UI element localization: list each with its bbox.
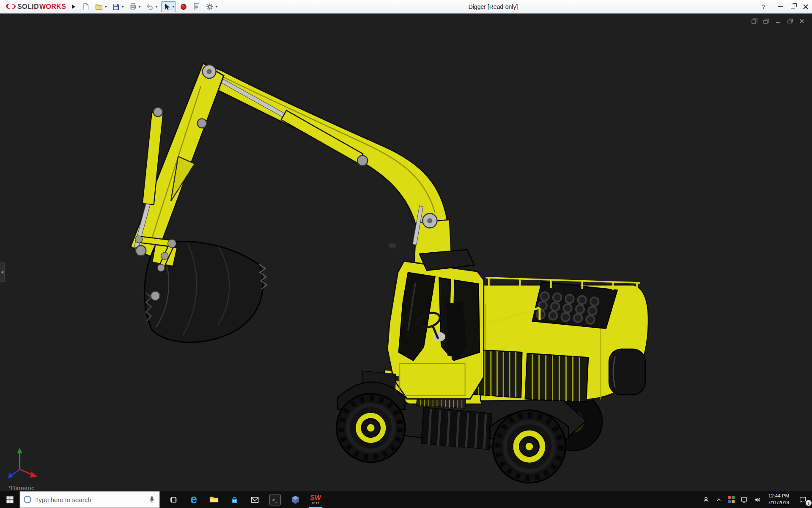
console-icon[interactable]: >_	[265, 491, 285, 508]
print-button[interactable]	[127, 1, 142, 12]
notification-badge: 2	[806, 500, 812, 506]
new-document-icon	[82, 3, 90, 11]
shopping-bag-icon	[230, 495, 239, 505]
wheel-front-right[interactable]	[493, 410, 565, 483]
view-orientation-label: *Dimetric	[8, 484, 35, 491]
stick-arm[interactable]	[131, 63, 224, 259]
new-document-button[interactable]	[80, 1, 91, 12]
brand-works: WORKS	[39, 3, 66, 11]
select-tool-button[interactable]	[161, 1, 176, 12]
document-window-controls	[751, 18, 805, 25]
doc-minimize-button[interactable]	[775, 18, 782, 25]
minimize-icon	[778, 6, 783, 7]
envelope-icon	[250, 495, 260, 505]
restore-icon	[791, 5, 795, 8]
document-title: Digger [Read-only]	[469, 0, 518, 14]
taskbar-search[interactable]	[19, 491, 160, 508]
solidworks-taskbar-icon[interactable]: SW 2017	[305, 491, 326, 508]
open-folder-icon	[95, 3, 103, 11]
save-dropdown-caret[interactable]	[121, 6, 124, 8]
start-button[interactable]	[0, 491, 19, 508]
cube-icon	[291, 495, 300, 505]
mail-icon[interactable]	[244, 491, 265, 508]
undo-dropdown-caret[interactable]	[155, 6, 158, 8]
open-button[interactable]	[93, 1, 108, 12]
window-group-button[interactable]	[763, 18, 770, 25]
people-icon[interactable]	[700, 491, 713, 508]
titlebar: SOLIDWORKS	[0, 0, 812, 14]
file-explorer-icon[interactable]	[204, 491, 224, 508]
mirror	[390, 243, 396, 248]
task-view-icon	[169, 495, 178, 504]
wheel-front-left[interactable]	[337, 394, 405, 462]
doc-restore-icon	[787, 18, 793, 25]
select-cursor-icon	[162, 3, 171, 11]
rear-window	[609, 349, 645, 395]
rebuild-button[interactable]	[178, 1, 189, 12]
console-glyph: >_	[269, 494, 281, 505]
file-properties-icon	[192, 3, 201, 11]
graphics-area[interactable]: *Dimetric	[0, 14, 812, 491]
doc-minimize-icon	[775, 18, 782, 25]
panel-collapse-arrow[interactable]	[0, 262, 5, 282]
minimize-button[interactable]	[774, 0, 787, 13]
cortana-icon	[24, 496, 31, 503]
3d-viewer-icon[interactable]	[285, 491, 305, 508]
vent-grille-right	[525, 353, 588, 402]
brand-solid: SOLID	[17, 3, 39, 11]
action-center-icon[interactable]: 2	[793, 491, 812, 508]
system-tray: 12:44 PM 7/11/2018 2	[700, 491, 812, 508]
options-dropdown-caret[interactable]	[215, 6, 218, 8]
quick-access-toolbar	[80, 1, 219, 12]
clock-date: 7/11/2018	[768, 500, 789, 506]
operator-cab[interactable]	[387, 243, 484, 399]
file-properties-button[interactable]	[191, 1, 202, 12]
window-stack-button[interactable]	[751, 18, 758, 25]
boom-arm[interactable]	[197, 64, 453, 283]
network-icon[interactable]	[738, 491, 751, 508]
solidworks-window: SOLIDWORKS	[0, 0, 812, 508]
select-dropdown-caret[interactable]	[172, 6, 175, 8]
folder-icon	[209, 494, 219, 505]
menu-expand-arrow[interactable]	[72, 5, 75, 9]
dassault-3ds-icon	[4, 3, 17, 11]
show-hidden-icons-chevron[interactable]	[713, 491, 725, 508]
edge-icon[interactable]: e	[184, 491, 204, 508]
microphone-icon[interactable]	[148, 496, 156, 503]
roof-vent	[420, 250, 475, 271]
search-input[interactable]	[35, 496, 144, 503]
print-dropdown-caret[interactable]	[138, 6, 141, 8]
print-icon	[129, 3, 137, 11]
restore-button[interactable]	[787, 0, 799, 13]
window-controls: ?	[762, 0, 812, 13]
undo-button[interactable]	[144, 1, 159, 12]
windows-logo-icon	[6, 496, 14, 504]
options-button[interactable]	[204, 1, 219, 12]
orientation-triad	[8, 448, 37, 478]
edge-glyph: e	[190, 493, 197, 505]
taskbar: e >_ SW 2017	[0, 491, 812, 508]
task-view-button[interactable]	[163, 491, 184, 508]
window-group-icon	[763, 18, 770, 25]
undo-icon	[145, 3, 154, 11]
seat	[447, 301, 466, 359]
open-dropdown-caret[interactable]	[104, 6, 107, 8]
doc-close-button[interactable]	[798, 18, 805, 25]
rebuild-red-light-icon	[179, 3, 188, 11]
save-button[interactable]	[110, 1, 125, 12]
volume-icon[interactable]	[751, 491, 764, 508]
store-icon[interactable]	[224, 491, 244, 508]
window-stack-icon	[751, 18, 758, 25]
close-icon	[803, 4, 809, 9]
close-button[interactable]	[799, 0, 812, 13]
clock-time: 12:44 PM	[768, 493, 789, 500]
taskbar-clock[interactable]: 12:44 PM 7/11/2018	[764, 491, 793, 508]
solidworks-brand: SOLIDWORKS	[4, 3, 66, 11]
tray-app-icon[interactable]	[725, 491, 738, 508]
excavator-model[interactable]: *Dimetric	[0, 14, 812, 491]
doc-close-icon	[798, 18, 805, 25]
save-icon	[112, 3, 120, 11]
help-button[interactable]: ?	[762, 3, 765, 10]
boom-cylinder[interactable]	[212, 74, 368, 166]
doc-restore-button[interactable]	[787, 18, 793, 25]
